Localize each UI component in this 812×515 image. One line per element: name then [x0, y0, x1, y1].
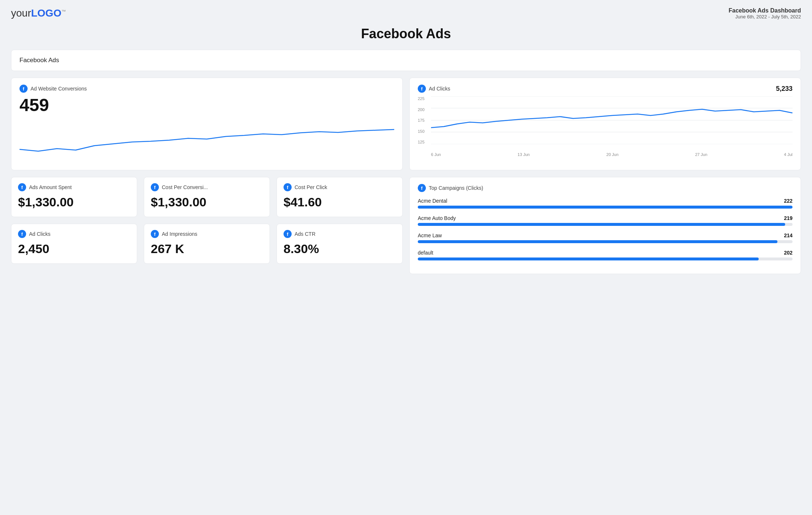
metric-ads-ctr: f Ads CTR 8.30% — [277, 224, 403, 264]
ads-spent-label: Ads Amount Spent — [29, 184, 72, 190]
impressions-value: 267 K — [151, 242, 263, 256]
ad-clicks-sm-label: Ad Clicks — [29, 231, 50, 237]
campaign-list: Acme Dental 222 Acme Auto Body 219 A — [418, 198, 793, 260]
ad-clicks-total: 5,233 — [776, 85, 793, 93]
conversions-card: f Ad Website Conversions 459 — [11, 78, 403, 170]
date-range: June 6th, 2022 - July 5th, 2022 — [729, 14, 801, 19]
campaign-top-2: Acme Law 214 — [418, 232, 793, 238]
metric-ads-amount-spent: f Ads Amount Spent $1,330.00 — [11, 177, 137, 217]
ad-clicks-header: f Ad Clicks — [418, 85, 776, 93]
cost-click-label: Cost Per Click — [295, 184, 327, 190]
metric-cost-per-click: f Cost Per Click $41.60 — [277, 177, 403, 217]
campaign-value-1: 219 — [784, 215, 793, 221]
bar-track-2 — [418, 240, 793, 243]
ad-clicks-label: Ad Clicks — [429, 86, 450, 92]
campaign-row-2: Acme Law 214 — [418, 232, 793, 243]
fb-icon-ad-clicks: f — [418, 85, 426, 93]
fb-icon-cost-click: f — [284, 183, 292, 191]
campaign-name-3: default — [418, 250, 433, 256]
y-axis: 225 200 175 150 125 — [418, 96, 424, 144]
x-13jun: 13 Jun — [517, 152, 530, 157]
bar-track-1 — [418, 223, 793, 226]
campaign-value-3: 202 — [784, 250, 793, 256]
cost-click-header: f Cost Per Click — [284, 183, 396, 191]
bottom-row: f Ads Amount Spent $1,330.00 f Cost Per … — [11, 177, 801, 274]
ad-clicks-sm-header: f Ad Clicks — [18, 230, 130, 238]
cost-conversion-label: Cost Per Conversi... — [162, 184, 208, 190]
campaign-value-2: 214 — [784, 232, 793, 238]
ctr-label: Ads CTR — [295, 231, 316, 237]
campaign-row-3: default 202 — [418, 250, 793, 260]
top-campaigns-label: Top Campaigns (Clicks) — [429, 185, 483, 191]
campaign-name-1: Acme Auto Body — [418, 215, 456, 221]
y-200: 200 — [418, 107, 424, 112]
y-175: 175 — [418, 118, 424, 122]
small-metrics-bottom: f Ad Clicks 2,450 f Ad Impressions 267 K… — [11, 224, 403, 264]
campaign-value-0: 222 — [784, 198, 793, 204]
small-metrics-top: f Ads Amount Spent $1,330.00 f Cost Per … — [11, 177, 403, 217]
page-title: Facebook Ads — [11, 26, 801, 42]
bar-fill-0 — [418, 206, 793, 209]
logo-prefix: your — [11, 7, 31, 19]
campaign-row-0: Acme Dental 222 — [418, 198, 793, 209]
metric-cost-per-conversion: f Cost Per Conversi... $1,330.00 — [144, 177, 270, 217]
x-27jun: 27 Jun — [695, 152, 707, 157]
section-label: Facebook Ads — [19, 57, 59, 64]
campaign-top-3: default 202 — [418, 250, 793, 256]
dashboard-title: Facebook Ads Dashboard — [729, 7, 801, 14]
fb-icon-cost-conversion: f — [151, 183, 159, 191]
fb-icon-ctr: f — [284, 230, 292, 238]
impressions-header: f Ad Impressions — [151, 230, 263, 238]
logo-trademark: ™ — [61, 9, 66, 14]
fb-icon-impressions: f — [151, 230, 159, 238]
metric-ad-clicks: f Ad Clicks 2,450 — [11, 224, 137, 264]
bar-fill-2 — [418, 240, 777, 243]
ad-clicks-chart-card: f Ad Clicks 5,233 225 200 175 150 125 — [409, 78, 801, 170]
y-150: 150 — [418, 129, 424, 134]
top-charts-row: f Ad Website Conversions 459 f Ad Clicks… — [11, 78, 801, 170]
ctr-value: 8.30% — [284, 242, 396, 256]
page-header: yourLOGO™ Facebook Ads Dashboard June 6t… — [11, 7, 801, 19]
logo: yourLOGO™ — [11, 7, 66, 19]
conversions-label: Ad Website Conversions — [31, 86, 87, 92]
bar-fill-1 — [418, 223, 785, 226]
section-label-card: Facebook Ads — [11, 50, 801, 71]
fb-icon-ad-clicks-sm: f — [18, 230, 26, 238]
x-6jun: 6 Jun — [431, 152, 441, 157]
campaign-name-0: Acme Dental — [418, 198, 447, 204]
fb-icon-conversions: f — [19, 85, 28, 93]
ad-clicks-sm-value: 2,450 — [18, 242, 130, 256]
small-metrics-col: f Ads Amount Spent $1,330.00 f Cost Per … — [11, 177, 403, 274]
x-20jun: 20 Jun — [606, 152, 619, 157]
cost-click-value: $41.60 — [284, 195, 396, 209]
conversions-header: f Ad Website Conversions — [19, 85, 394, 93]
ad-clicks-svg — [431, 96, 793, 144]
conversions-value: 459 — [19, 96, 394, 114]
x-axis: 6 Jun 13 Jun 20 Jun 27 Jun 4 Jul — [418, 152, 793, 157]
bar-track-0 — [418, 206, 793, 209]
ads-spent-header: f Ads Amount Spent — [18, 183, 130, 191]
conversions-chart — [19, 116, 394, 160]
bar-track-3 — [418, 258, 793, 260]
ad-clicks-header-row: f Ad Clicks 5,233 — [418, 85, 793, 93]
logo-brand: LOGO — [31, 7, 61, 19]
cost-conversion-header: f Cost Per Conversi... — [151, 183, 263, 191]
y-125: 125 — [418, 140, 424, 144]
campaign-top-0: Acme Dental 222 — [418, 198, 793, 204]
ctr-header: f Ads CTR — [284, 230, 396, 238]
metric-ad-impressions: f Ad Impressions 267 K — [144, 224, 270, 264]
top-campaigns-header: f Top Campaigns (Clicks) — [418, 184, 793, 192]
campaign-name-2: Acme Law — [418, 232, 442, 238]
impressions-label: Ad Impressions — [162, 231, 197, 237]
y-225: 225 — [418, 96, 424, 101]
campaign-top-1: Acme Auto Body 219 — [418, 215, 793, 221]
cost-conversion-value: $1,330.00 — [151, 195, 263, 209]
top-campaigns-card: f Top Campaigns (Clicks) Acme Dental 222… — [409, 177, 801, 274]
x-4jul: 4 Jul — [784, 152, 793, 157]
fb-icon-campaigns: f — [418, 184, 426, 192]
ads-spent-value: $1,330.00 — [18, 195, 130, 209]
bar-fill-3 — [418, 258, 759, 260]
fb-icon-ads-spent: f — [18, 183, 26, 191]
campaign-row-1: Acme Auto Body 219 — [418, 215, 793, 226]
header-right: Facebook Ads Dashboard June 6th, 2022 - … — [729, 7, 801, 19]
